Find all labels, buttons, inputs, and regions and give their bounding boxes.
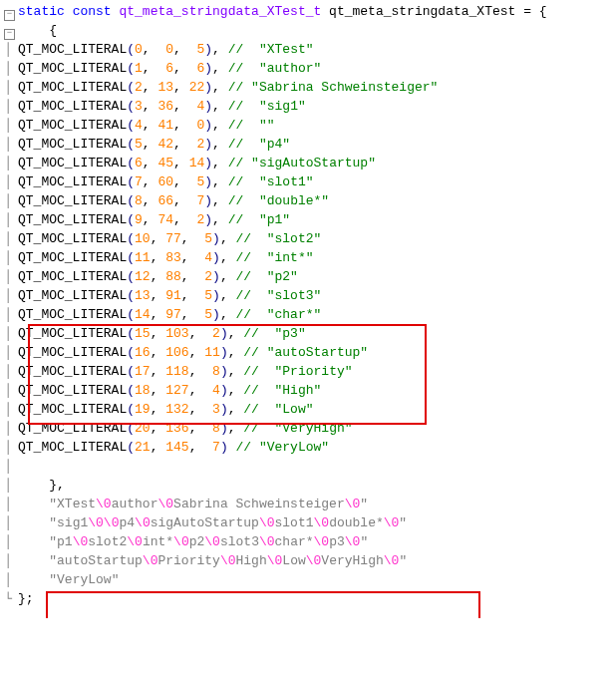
moc-literal-19: │QT_MOC_LITERAL(19, 132, 3), // "Low"	[4, 400, 612, 419]
moc-literal-21: │QT_MOC_LITERAL(21, 145, 7) // "VeryLow"	[4, 438, 612, 457]
moc-literal-9: │QT_MOC_LITERAL(9, 74, 2), // "p1"	[4, 210, 612, 229]
string-literal-3: │ "autoStartup\0Priority\0High\0Low\0Ver…	[4, 551, 612, 570]
moc-literal-12: │QT_MOC_LITERAL(12, 88, 2), // "p2"	[4, 267, 612, 286]
string-literal-0: │ "XTest\0author\0Sabrina Schweinsteiger…	[4, 495, 612, 513]
moc-literal-10: │QT_MOC_LITERAL(10, 77, 5), // "slot2"	[4, 229, 612, 248]
moc-literal-18: │QT_MOC_LITERAL(18, 127, 4), // "High"	[4, 381, 612, 400]
decl-line: −static const qt_meta_stringdata_XTest_t…	[4, 2, 612, 21]
moc-literal-20: │QT_MOC_LITERAL(20, 136, 8), // "VeryHig…	[4, 419, 612, 438]
string-literal-2: │ "p1\0slot2\0int*\0p2\0slot3\0char*\0p3…	[4, 532, 612, 551]
moc-literal-16: │QT_MOC_LITERAL(16, 106, 11), // "autoSt…	[4, 343, 612, 362]
moc-literal-8: │QT_MOC_LITERAL(8, 66, 7), // "double*"	[4, 191, 612, 210]
string-literal-4: │ "VeryLow"	[4, 570, 612, 589]
moc-literal-0: │QT_MOC_LITERAL(0, 0, 5), // "XTest"	[4, 40, 612, 59]
open-brace: − {	[4, 21, 612, 40]
moc-literal-11: │QT_MOC_LITERAL(11, 83, 4), // "int*"	[4, 248, 612, 267]
moc-literal-4: │QT_MOC_LITERAL(4, 41, 0), // ""	[4, 116, 612, 135]
close-outer: └};	[4, 589, 612, 608]
string-literal-1: │ "sig1\0\0p4\0sigAutoStartup\0slot1\0do…	[4, 513, 612, 532]
moc-literal-5: │QT_MOC_LITERAL(5, 42, 2), // "p4"	[4, 135, 612, 154]
spacer: │	[4, 457, 612, 476]
moc-literal-3: │QT_MOC_LITERAL(3, 36, 4), // "sig1"	[4, 97, 612, 116]
moc-literal-6: │QT_MOC_LITERAL(6, 45, 14), // "sigAutoS…	[4, 154, 612, 172]
moc-literal-2: │QT_MOC_LITERAL(2, 13, 22), // "Sabrina …	[4, 78, 612, 97]
moc-literal-7: │QT_MOC_LITERAL(7, 60, 5), // "slot1"	[4, 172, 612, 191]
moc-literal-1: │QT_MOC_LITERAL(1, 6, 6), // "author"	[4, 59, 612, 78]
close-inner: │ },	[4, 476, 612, 495]
moc-literal-14: │QT_MOC_LITERAL(14, 97, 5), // "char*"	[4, 305, 612, 324]
moc-literal-13: │QT_MOC_LITERAL(13, 91, 5), // "slot3"	[4, 286, 612, 305]
moc-literal-17: │QT_MOC_LITERAL(17, 118, 8), // "Priorit…	[4, 362, 612, 381]
moc-literal-15: │QT_MOC_LITERAL(15, 103, 2), // "p3"	[4, 324, 612, 343]
